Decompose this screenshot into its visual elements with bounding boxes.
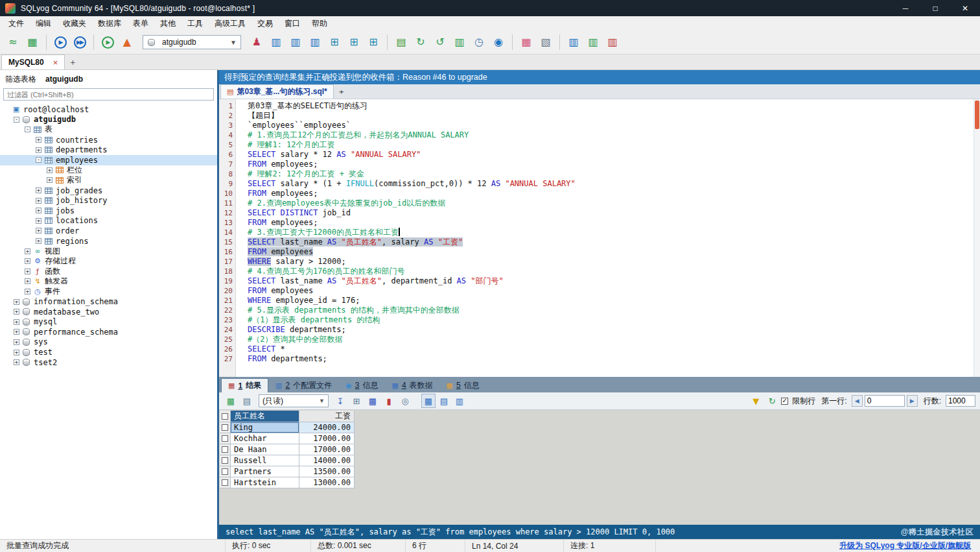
expand-icon[interactable]: + bbox=[14, 309, 19, 315]
expand-icon[interactable]: + bbox=[47, 167, 52, 173]
tree-node[interactable]: -employees bbox=[0, 155, 217, 165]
reconnect-button[interactable]: ↺ bbox=[431, 33, 449, 51]
column-header[interactable]: 工资 bbox=[299, 411, 355, 422]
code-line[interactable]: # 5.显示表 departments 的结构，并查询其中的全部数据 bbox=[248, 306, 974, 315]
expand-icon[interactable]: + bbox=[14, 359, 19, 365]
code-line[interactable]: # 3.查询工资大于12000的员工姓名和工资 bbox=[248, 228, 974, 237]
grid-cell[interactable]: 17000.00 bbox=[299, 444, 355, 455]
code-line[interactable]: FROM employees; bbox=[248, 218, 974, 228]
menu-item[interactable]: 文件 bbox=[3, 16, 30, 31]
menu-item[interactable]: 收藏夹 bbox=[57, 16, 92, 31]
row-checkbox[interactable] bbox=[222, 435, 228, 442]
grid-cell[interactable]: 14000.00 bbox=[299, 455, 355, 466]
menu-item[interactable]: 帮助 bbox=[306, 16, 333, 31]
expand-icon[interactable]: + bbox=[36, 137, 41, 143]
menu-item[interactable]: 交易 bbox=[251, 16, 279, 31]
code-line[interactable]: FROM employees; bbox=[248, 160, 974, 169]
scrollbar-thumb[interactable] bbox=[975, 101, 979, 129]
expand-icon[interactable]: + bbox=[25, 278, 30, 284]
tree-node[interactable]: +order bbox=[0, 226, 217, 236]
tree-node[interactable]: -atguigudb bbox=[0, 115, 217, 125]
tree-node[interactable]: +departments bbox=[0, 145, 217, 155]
tree-node[interactable]: +ƒ函数 bbox=[0, 267, 217, 277]
code-line[interactable]: WHERE salary > 12000; bbox=[248, 257, 974, 267]
database-selector[interactable]: atguigudb ▼ bbox=[143, 35, 241, 49]
previous-page-button[interactable]: ◀ bbox=[852, 395, 863, 407]
tree-node[interactable]: +tset2 bbox=[0, 357, 217, 368]
new-table-button[interactable]: ▦ bbox=[23, 33, 41, 51]
code-line[interactable]: SELECT DISTINCT job_id bbox=[248, 208, 974, 218]
row-checkbox[interactable] bbox=[222, 424, 228, 431]
upgrade-link[interactable]: 升级为 SQLyog 专业版/企业版/旗舰版 bbox=[839, 540, 971, 552]
new-editor-button[interactable]: ▤ bbox=[392, 33, 410, 51]
history-button[interactable]: ◷ bbox=[470, 33, 488, 51]
connect-button[interactable]: ≈ bbox=[4, 33, 22, 51]
expand-icon[interactable]: + bbox=[14, 319, 19, 325]
expand-icon[interactable]: + bbox=[25, 258, 30, 264]
expand-icon[interactable]: + bbox=[25, 269, 30, 274]
save-result-button[interactable]: ▦ bbox=[366, 394, 380, 408]
database-sync-button[interactable]: ▥ bbox=[306, 33, 324, 51]
tree-node[interactable]: +sys bbox=[0, 337, 217, 348]
table-filter-input[interactable] bbox=[3, 88, 214, 101]
results-tab-3[interactable]: ◉3信息 bbox=[339, 378, 384, 392]
expand-icon[interactable]: + bbox=[47, 177, 52, 183]
upgrade-banner[interactable]: 得到预定的查询结果集并正确投递到您的收件箱：Reason #46 to upgr… bbox=[219, 70, 980, 84]
refresh-result-button[interactable]: ↻ bbox=[765, 394, 779, 408]
window-close-button[interactable]: ✕ bbox=[950, 0, 980, 16]
expand-icon[interactable]: + bbox=[14, 299, 19, 305]
tree-node[interactable]: ▣root@localhost bbox=[0, 104, 217, 115]
tree-node[interactable]: +medatabase_two bbox=[0, 307, 217, 317]
grid-cell[interactable]: 24000.00 bbox=[299, 422, 355, 433]
grid-row[interactable]: De Haan17000.00 bbox=[220, 444, 355, 455]
copy-table-button[interactable]: ▦ bbox=[517, 33, 535, 51]
form-view-button[interactable]: ▥ bbox=[452, 394, 467, 408]
grid-row[interactable]: Partners13500.00 bbox=[220, 466, 355, 477]
expand-icon[interactable]: + bbox=[36, 238, 41, 244]
execute-current-button[interactable]: ▶ bbox=[99, 33, 117, 51]
execute-query-button[interactable]: ▶ bbox=[51, 33, 69, 51]
code-line[interactable]: WHERE employee_id = 176; bbox=[248, 296, 974, 306]
row-checkbox[interactable] bbox=[222, 413, 228, 420]
expand-icon[interactable]: + bbox=[14, 329, 19, 335]
tree-node[interactable]: +countries bbox=[0, 135, 217, 145]
code-line[interactable]: FROM employees bbox=[248, 247, 974, 257]
expand-icon[interactable]: + bbox=[36, 198, 41, 204]
code-line[interactable]: #（2）查询其中的全部数据 bbox=[248, 335, 974, 344]
grid-options-button[interactable]: ▤ bbox=[240, 394, 254, 408]
export-result-button[interactable]: ↧ bbox=[333, 394, 347, 408]
expand-icon[interactable]: + bbox=[14, 339, 19, 345]
open-database-button[interactable]: ▥ bbox=[267, 33, 285, 51]
menu-item[interactable]: 其他 bbox=[154, 16, 181, 31]
code-line[interactable]: 【题目】 bbox=[248, 111, 974, 121]
expand-icon[interactable]: + bbox=[25, 248, 30, 254]
tree-node[interactable]: +job_grades bbox=[0, 186, 217, 196]
copy-result-button[interactable]: ⊞ bbox=[349, 394, 364, 408]
collapse-icon[interactable]: - bbox=[14, 117, 19, 123]
collapse-icon[interactable]: - bbox=[25, 126, 30, 132]
code-line[interactable]: SELECT last_name AS "员工姓名", department_i… bbox=[248, 276, 974, 286]
column-header[interactable]: 员工姓名 bbox=[231, 411, 299, 422]
close-tab-icon[interactable]: × bbox=[53, 58, 58, 67]
row-count-input[interactable] bbox=[946, 395, 975, 407]
tree-node[interactable]: -表 bbox=[0, 125, 217, 135]
notifications-button[interactable]: ▥ bbox=[603, 33, 622, 51]
menu-item[interactable]: 工具 bbox=[181, 16, 209, 31]
results-tab-1[interactable]: ▦1结果 bbox=[221, 378, 268, 392]
tree-node[interactable]: +performance_schema bbox=[0, 327, 217, 337]
table-grid-button[interactable]: ⊞ bbox=[325, 33, 344, 51]
menu-item[interactable]: 数据库 bbox=[92, 16, 127, 31]
menu-item[interactable]: 窗口 bbox=[279, 16, 306, 31]
delete-row-button[interactable]: ▮ bbox=[382, 394, 396, 408]
expand-icon[interactable]: + bbox=[25, 289, 30, 294]
tree-node[interactable]: +◷事件 bbox=[0, 287, 217, 297]
table-data-button[interactable]: ⊞ bbox=[364, 33, 382, 51]
tree-node[interactable]: +job_history bbox=[0, 195, 217, 206]
expand-icon[interactable]: + bbox=[36, 218, 41, 224]
grid-row[interactable]: King24000.00 bbox=[220, 422, 355, 433]
tree-node[interactable]: +information_schema bbox=[0, 296, 217, 307]
tree-node[interactable]: +↯触发器 bbox=[0, 276, 217, 287]
grid-cell[interactable]: Hartstein bbox=[231, 477, 299, 488]
expand-icon[interactable]: + bbox=[36, 147, 41, 153]
editor-code[interactable]: 第03章_基本的SELECT语句的练习【题目】`employees``emplo… bbox=[236, 99, 974, 377]
